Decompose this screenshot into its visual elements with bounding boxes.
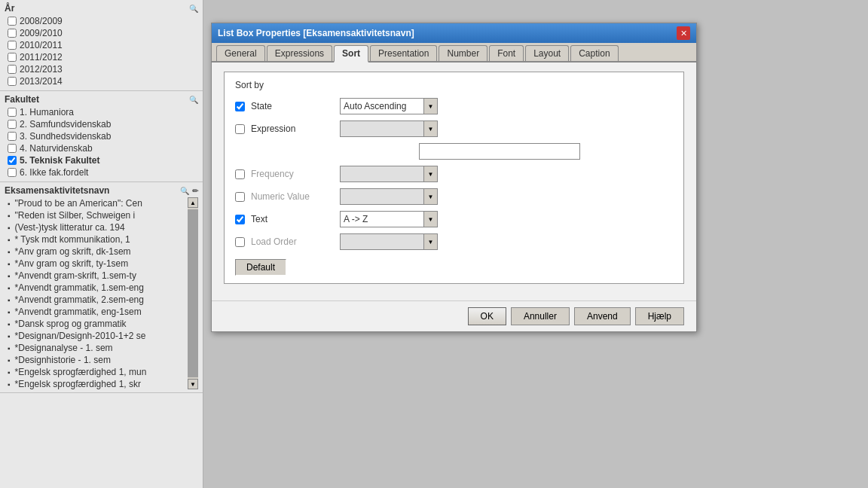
fak-checkbox[interactable] bbox=[8, 132, 17, 141]
fak-checkbox[interactable] bbox=[8, 120, 17, 129]
list-item[interactable]: 2012/2013 bbox=[5, 63, 198, 75]
list-box-properties-dialog: List Box Properties [Eksamensaktivitetsn… bbox=[211, 23, 697, 332]
scroll-thumb[interactable] bbox=[188, 209, 198, 377]
eksamen-title: Eksamensaktivitetsnavn bbox=[5, 185, 109, 196]
expression-text-input[interactable] bbox=[419, 143, 580, 160]
fak-checkbox[interactable] bbox=[8, 108, 17, 117]
list-item[interactable]: ▪* Tysk mdt kommunikation, 1 bbox=[5, 233, 188, 246]
text-checkbox[interactable] bbox=[235, 215, 245, 224]
fakultet-title: Fakultet bbox=[5, 94, 39, 105]
years-section: År 🔍 2008/2009 2009/2010 2010/2011 2011/… bbox=[0, 0, 203, 91]
years-header: År 🔍 bbox=[5, 3, 198, 14]
frequency-dropdown[interactable]: ▼ bbox=[340, 166, 438, 182]
list-item[interactable]: ▪*Anvendt grammatik, 1.sem-eng bbox=[5, 282, 188, 294]
state-dropdown[interactable]: Auto Ascending ▼ bbox=[340, 98, 438, 114]
dialog-close-button[interactable]: ✕ bbox=[677, 26, 690, 40]
eksamen-header: Eksamensaktivitetsnavn 🔍 ✏ bbox=[5, 185, 198, 196]
text-dropdown-arrow[interactable]: ▼ bbox=[423, 212, 437, 227]
numeric-dropdown-arrow[interactable]: ▼ bbox=[423, 189, 437, 204]
tab-expressions[interactable]: Expressions bbox=[267, 45, 332, 61]
year-checkbox[interactable] bbox=[8, 65, 17, 74]
list-item[interactable]: ▪"Proud to be an American": Cen bbox=[5, 197, 188, 209]
list-item[interactable]: 1. Humaniora bbox=[5, 106, 198, 118]
list-item[interactable]: ▪*Anvendt gram-skrift, 1.sem-ty bbox=[5, 270, 188, 282]
list-item[interactable]: 2009/2010 bbox=[5, 27, 198, 39]
list-item[interactable]: ▪*Anv gram og skrift, ty-1sem bbox=[5, 258, 188, 270]
eksamen-search-icon[interactable]: 🔍 bbox=[180, 187, 189, 195]
list-item[interactable]: 2. Samfundsvidenskab bbox=[5, 118, 198, 130]
fakultet-search-icon[interactable]: 🔍 bbox=[189, 96, 198, 104]
list-item[interactable]: ▪(Vest-)tysk litteratur ca. 194 bbox=[5, 221, 188, 233]
tab-font[interactable]: Font bbox=[489, 45, 524, 61]
years-title: År bbox=[5, 3, 14, 14]
fak-checkbox[interactable] bbox=[8, 144, 17, 153]
list-item[interactable]: 2008/2009 bbox=[5, 15, 198, 27]
list-item[interactable]: ▪*Designanalyse - 1. sem bbox=[5, 342, 188, 354]
state-label: State bbox=[251, 101, 334, 111]
list-item[interactable]: ▪*Anvendt grammatik, eng-1sem bbox=[5, 306, 188, 318]
frequency-checkbox[interactable] bbox=[235, 169, 245, 179]
sort-row-frequency: Frequency ▼ bbox=[235, 166, 673, 182]
list-item[interactable]: ▪*Engelsk sprogfærdighed 1, mun bbox=[5, 366, 188, 378]
text-dropdown[interactable]: A -> Z ▼ bbox=[340, 211, 438, 227]
left-panel: År 🔍 2008/2009 2009/2010 2010/2011 2011/… bbox=[0, 0, 203, 488]
tab-sort[interactable]: Sort bbox=[334, 45, 368, 63]
cancel-button[interactable]: Annuller bbox=[511, 307, 570, 325]
expression-checkbox[interactable] bbox=[235, 124, 245, 134]
default-button[interactable]: Default bbox=[235, 259, 286, 276]
list-item[interactable]: 2011/2012 bbox=[5, 51, 198, 63]
list-item[interactable]: 2013/2014 bbox=[5, 75, 198, 87]
year-checkbox[interactable] bbox=[8, 29, 17, 38]
year-checkbox[interactable] bbox=[8, 41, 17, 50]
apply-button[interactable]: Anvend bbox=[574, 307, 631, 325]
loadorder-checkbox[interactable] bbox=[235, 237, 245, 247]
tab-layout[interactable]: Layout bbox=[525, 45, 569, 61]
list-item[interactable]: ▪*Designan/Designh-2010-1+2 se bbox=[5, 330, 188, 342]
list-item[interactable]: 2010/2011 bbox=[5, 39, 198, 51]
list-item[interactable]: 5. Teknisk Fakultet bbox=[5, 154, 198, 166]
frequency-label: Frequency bbox=[251, 169, 334, 179]
list-item[interactable]: ▪*Anvendt grammatik, 2.sem-eng bbox=[5, 294, 188, 306]
list-item[interactable]: ▪"Reden ist Silber, Schweigen i bbox=[5, 209, 188, 221]
list-item[interactable]: ▪*Anv gram og skrift, dk-1sem bbox=[5, 246, 188, 258]
list-item[interactable]: 3. Sundhedsvidenskab bbox=[5, 130, 198, 142]
year-checkbox[interactable] bbox=[8, 77, 17, 86]
help-button[interactable]: Hjælp bbox=[635, 307, 684, 325]
scroll-up-button[interactable]: ▲ bbox=[188, 197, 198, 208]
years-list: 2008/2009 2009/2010 2010/2011 2011/2012 … bbox=[5, 15, 198, 87]
expression-dropdown[interactable]: ▼ bbox=[340, 120, 438, 137]
list-item[interactable]: ▪*Dansk sprog og grammatik bbox=[5, 318, 188, 330]
fakultet-list: 1. Humaniora 2. Samfundsvidenskab 3. Sun… bbox=[5, 106, 198, 178]
year-checkbox[interactable] bbox=[8, 53, 17, 62]
numeric-dropdown[interactable]: ▼ bbox=[340, 188, 438, 205]
tab-caption[interactable]: Caption bbox=[570, 45, 618, 61]
dialog-title: List Box Properties [Eksamensaktivitetsn… bbox=[218, 28, 414, 38]
frequency-dropdown-arrow[interactable]: ▼ bbox=[423, 166, 437, 181]
state-dropdown-arrow[interactable]: ▼ bbox=[423, 99, 437, 114]
tab-bar: General Expressions Sort Presentation Nu… bbox=[212, 43, 696, 63]
tab-general[interactable]: General bbox=[216, 45, 265, 61]
list-item[interactable]: 4. Naturvidenskab bbox=[5, 142, 198, 154]
eksamen-edit-icon[interactable]: ✏ bbox=[192, 187, 198, 195]
year-checkbox[interactable] bbox=[8, 17, 17, 26]
expression-dropdown-arrow[interactable]: ▼ bbox=[423, 121, 437, 136]
years-search-icon[interactable]: 🔍 bbox=[189, 5, 198, 13]
eksamen-list: ▪"Proud to be an American": Cen ▪"Reden … bbox=[5, 197, 198, 389]
tab-number[interactable]: Number bbox=[439, 45, 487, 61]
fak-checkbox[interactable] bbox=[8, 156, 17, 165]
loadorder-dropdown-arrow[interactable]: ▼ bbox=[423, 234, 437, 249]
scroll-down-button[interactable]: ▼ bbox=[188, 379, 198, 389]
text-label: Text bbox=[251, 214, 334, 224]
state-dropdown-value: Auto Ascending bbox=[341, 101, 423, 111]
numeric-checkbox[interactable] bbox=[235, 192, 245, 202]
fak-checkbox[interactable] bbox=[8, 168, 17, 177]
state-checkbox[interactable] bbox=[235, 102, 245, 111]
loadorder-dropdown[interactable]: ▼ bbox=[340, 233, 438, 250]
tab-presentation[interactable]: Presentation bbox=[370, 45, 437, 61]
eksamen-scrollbar[interactable]: ▲ ▼ bbox=[188, 197, 198, 389]
list-item[interactable]: 6. Ikke fak.fordelt bbox=[5, 166, 198, 178]
list-item[interactable]: ▪*Designhistorie - 1. sem bbox=[5, 354, 188, 366]
list-item[interactable]: ▪*Engelsk sprogfærdighed 1, skr bbox=[5, 378, 188, 389]
ok-button[interactable]: OK bbox=[468, 307, 506, 325]
sort-row-state: State Auto Ascending ▼ bbox=[235, 98, 673, 114]
